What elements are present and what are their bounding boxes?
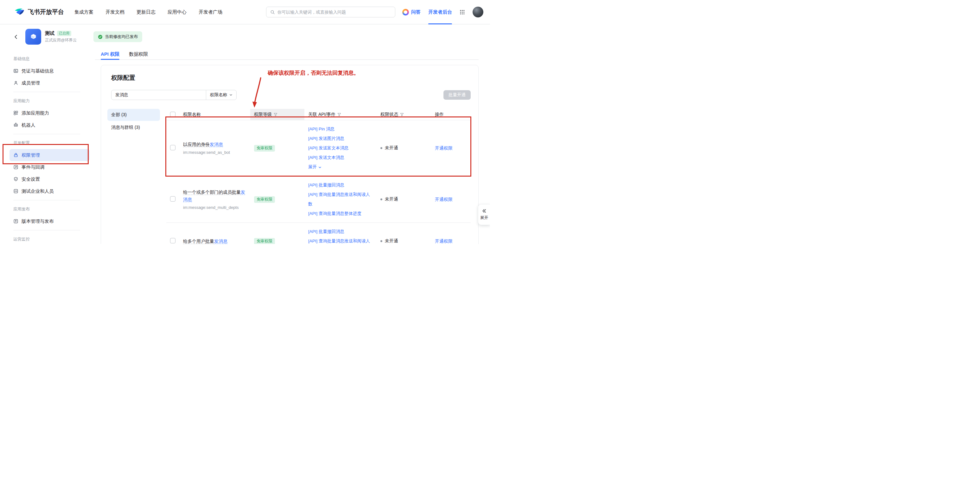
search-field-label: 权限名称	[210, 92, 227, 98]
api-link[interactable]: [API] Pin 消息	[308, 124, 373, 134]
sidebar-item[interactable]: 成员管理	[10, 77, 90, 89]
tab[interactable]: 数据权限	[129, 49, 148, 60]
divider	[13, 134, 80, 134]
nav-item[interactable]: 开发文档	[99, 9, 130, 15]
status-dot-icon	[380, 240, 382, 242]
sidebar-item[interactable]: 安全设置	[10, 173, 90, 185]
permission-name: 给多个用户批量发消息	[183, 238, 247, 244]
sidebar-item-label: 版本管理与发布	[22, 219, 54, 224]
sidebar-item[interactable]: 事件与回调	[10, 161, 90, 173]
filter-icon[interactable]	[274, 112, 277, 116]
search-field-select[interactable]: 权限名称	[206, 90, 236, 100]
code-icon	[13, 189, 18, 194]
filter-icon[interactable]	[400, 112, 404, 116]
expand-row-link[interactable]: 展开	[308, 162, 321, 172]
api-link[interactable]: [API] 查询批量消息推送和阅读人数	[308, 236, 373, 244]
annotation-note: 确保该权限开启，否则无法回复消息。	[268, 69, 359, 77]
permission-tabs: API 权限数据权限	[95, 49, 479, 60]
permission-name: 给一个或多个部门的成员批量发消息	[183, 189, 247, 203]
sidebar-item[interactable]: 权限管理	[10, 149, 90, 161]
double-chevron-left-icon	[482, 209, 487, 213]
api-list: [API] 批量撤回消息[API] 查询批量消息推送和阅读人数[API] 查询批…	[308, 176, 373, 222]
sidebar-item[interactable]: 添加应用能力	[10, 107, 90, 119]
batch-open-button[interactable]: 批量开通	[444, 90, 471, 100]
select-all-checkbox[interactable]	[170, 112, 175, 117]
developer-console-tab[interactable]: 开发者后台	[428, 0, 452, 24]
app-header: 测试 已启用 正式应用@环界云 当前修改均已发布	[0, 24, 490, 49]
column-action: 操作	[435, 112, 444, 117]
developer-console-label: 开发者后台	[428, 9, 452, 15]
shield-icon	[13, 177, 18, 182]
sidebar-section-title: 运营监控	[0, 233, 95, 244]
table-row: 以应用的身份发消息im:message:send_as_bot免审权限[API]…	[166, 120, 471, 176]
api-link[interactable]: [API] 发送文本消息	[308, 153, 373, 162]
api-list: [API] Pin 消息[API] 发送图片消息[API] 发送富文本消息[AP…	[308, 120, 373, 176]
open-permission-link[interactable]: 开通权限	[435, 146, 453, 151]
permission-card: 权限配置 权限名称 批量开通 全部 (3)消息与群组 (3	[101, 65, 479, 244]
search-icon	[270, 10, 275, 14]
permission-search-input[interactable]	[111, 93, 206, 97]
status-text: 未开通	[385, 238, 398, 244]
sidebar-item-label: 事件与回调	[22, 164, 45, 170]
global-search[interactable]	[266, 6, 395, 17]
row-checkbox[interactable]	[170, 145, 175, 151]
category-list: 全部 (3)消息与群组 (3)	[107, 109, 160, 244]
nav-item[interactable]: 集成方案	[68, 9, 99, 15]
sidebar-item-label: 测试企业和人员	[22, 188, 54, 194]
sidebar-item-label: 成员管理	[22, 80, 40, 86]
feishu-logo-icon	[14, 8, 25, 16]
qa-entry[interactable]: 问答	[402, 9, 421, 16]
qa-icon	[402, 9, 409, 16]
avatar[interactable]	[473, 6, 484, 17]
permission-search: 权限名称	[111, 90, 237, 100]
permission-name-link[interactable]: 发消息	[210, 142, 223, 147]
sidebar-section-title: 基础信息	[0, 53, 95, 65]
api-link[interactable]: [API] 批量撤回消息	[308, 227, 373, 236]
sidebar-item[interactable]: 机器人	[10, 119, 90, 131]
check-circle-icon	[98, 35, 103, 39]
nav-item[interactable]: 更新日志	[130, 9, 162, 15]
category-item[interactable]: 全部 (3)	[107, 109, 160, 121]
publish-status-text: 当前修改均已发布	[105, 34, 138, 40]
main-content: API 权限数据权限 权限配置 权限名称 批量开通	[95, 49, 490, 244]
permission-name: 以应用的身份发消息	[183, 141, 247, 148]
sidebar-item-label: 添加应用能力	[22, 110, 49, 116]
filter-icon[interactable]	[337, 112, 341, 116]
sidebar-section-title: 应用能力	[0, 95, 95, 107]
column-status: 权限状态	[380, 112, 398, 117]
api-link[interactable]: [API] 批量撤回消息	[308, 181, 373, 190]
nav-item[interactable]: 应用中心	[162, 9, 192, 15]
open-permission-link[interactable]: 开通权限	[435, 239, 453, 244]
permission-scope: im:message:send_multi_depts	[183, 205, 247, 211]
category-item[interactable]: 消息与群组 (3)	[107, 122, 160, 133]
column-name: 权限名称	[183, 112, 201, 117]
open-permission-link[interactable]: 开通权限	[435, 197, 453, 202]
apps-grid-icon[interactable]	[460, 10, 465, 15]
row-checkbox[interactable]	[170, 196, 175, 201]
nav-item[interactable]: 开发者广场	[192, 9, 228, 15]
permission-name-link[interactable]: 发消息	[214, 239, 228, 244]
screen: 飞书开放平台 集成方案开发文档更新日志应用中心开发者广场 问答 开发者后台	[0, 0, 490, 244]
sidebar-item[interactable]: 版本管理与发布	[10, 215, 90, 227]
sidebar-item[interactable]: 凭证与基础信息	[10, 65, 90, 77]
level-badge: 免审权限	[254, 196, 275, 203]
feishu-logo[interactable]: 飞书开放平台	[14, 8, 64, 16]
credential-icon	[13, 68, 18, 73]
api-link[interactable]: [API] 发送富文本消息	[308, 143, 373, 153]
row-checkbox[interactable]	[170, 238, 175, 243]
qa-label: 问答	[411, 9, 421, 15]
sidebar-item-label: 安全设置	[22, 176, 40, 182]
api-link[interactable]: [API] 查询批量消息整体进度	[308, 209, 373, 219]
api-link[interactable]: [API] 发送图片消息	[308, 134, 373, 143]
level-badge: 免审权限	[254, 145, 275, 152]
api-link[interactable]: [API] 查询批量消息推送和阅读人数	[308, 190, 373, 209]
chevron-down-icon	[229, 93, 232, 97]
global-search-input[interactable]	[277, 10, 391, 14]
app-meta: 测试 已启用 正式应用@环界云	[45, 30, 76, 43]
sidebar-item[interactable]: 测试企业和人员	[10, 185, 90, 197]
table-body: 以应用的身份发消息im:message:send_as_bot免审权限[API]…	[166, 120, 471, 244]
tab[interactable]: API 权限	[101, 49, 119, 60]
table-area: 全部 (3)消息与群组 (3) 权限名称 权限等级 关联 API/事件 权限状态…	[107, 109, 471, 244]
expand-panel[interactable]: 展开	[478, 204, 490, 225]
back-icon[interactable]	[13, 34, 19, 40]
